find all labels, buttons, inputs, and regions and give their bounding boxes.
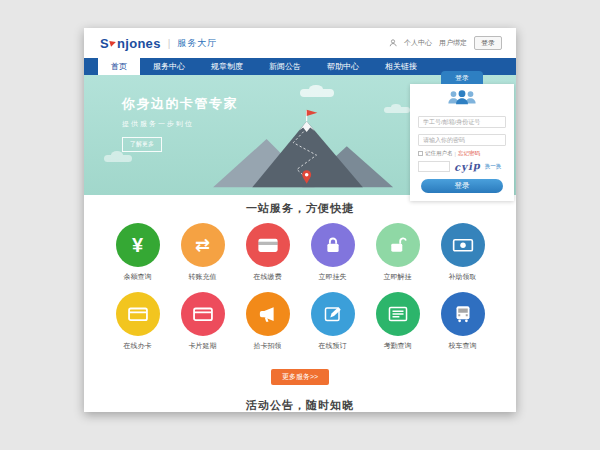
- cloud: [300, 89, 334, 97]
- service-label: 卡片延期: [189, 341, 217, 351]
- captcha-row: cyip 换一换: [418, 161, 506, 172]
- service-label: 在线办卡: [124, 341, 152, 351]
- login-form: 记住用户名 | 忘记密码 cyip 换一换 登录: [410, 84, 514, 201]
- card-outline-icon: [116, 292, 160, 336]
- service-item[interactable]: 校车查询: [430, 292, 495, 361]
- banknote-icon: [441, 223, 485, 267]
- bus-icon: [441, 292, 485, 336]
- unlock-icon: [376, 223, 420, 267]
- nav-item[interactable]: 帮助中心: [314, 58, 372, 75]
- service-label: 余额查询: [124, 272, 152, 282]
- nav-item[interactable]: 首页: [98, 58, 140, 75]
- service-item[interactable]: 在线办卡: [105, 292, 170, 361]
- service-label: 补助领取: [449, 272, 477, 282]
- services-title: 一站服务，方便快捷: [84, 201, 516, 216]
- logo[interactable]: S njones | 服务大厅: [100, 36, 217, 51]
- page: S njones | 服务大厅 个人中心 用户绑定 登录 首页服务中心规章制度新…: [84, 28, 516, 412]
- service-item[interactable]: ⇄转账充值: [170, 223, 235, 292]
- captcha-refresh-link[interactable]: 换一换: [485, 163, 502, 170]
- login-panel: 登录 记住用户名 | 忘记密码 cyip 换一换: [410, 71, 514, 201]
- cloud: [104, 155, 132, 162]
- personal-center-link[interactable]: 个人中心: [404, 38, 432, 48]
- logo-swoosh-icon: [109, 39, 117, 47]
- attendance-icon: [376, 292, 420, 336]
- captcha-input[interactable]: [418, 161, 450, 172]
- card-outline-icon: [181, 292, 225, 336]
- login-tab[interactable]: 登录: [441, 71, 483, 84]
- hero-subtitle: 提供服务一步到位: [122, 119, 238, 129]
- logo-subtitle: 服务大厅: [177, 37, 217, 50]
- service-label: 考勤查询: [384, 341, 412, 351]
- logo-divider: |: [168, 38, 171, 49]
- remember-checkbox[interactable]: [418, 151, 423, 156]
- username-input[interactable]: [418, 116, 506, 128]
- transfer-icon: ⇄: [181, 223, 225, 267]
- service-grid: ¥余额查询⇄转账充值在线缴费立即挂失立即解挂补助领取在线办卡卡片延期拾卡招领在线…: [84, 223, 516, 361]
- topbar: 个人中心 用户绑定 登录: [389, 28, 502, 58]
- service-label: 拾卡招领: [254, 341, 282, 351]
- service-label: 转账充值: [189, 272, 217, 282]
- megaphone-icon: [246, 292, 290, 336]
- service-label: 在线预订: [319, 341, 347, 351]
- header: S njones | 服务大厅 个人中心 用户绑定 登录: [84, 28, 516, 58]
- service-label: 在线缴费: [254, 272, 282, 282]
- nav-item[interactable]: 服务中心: [140, 58, 198, 75]
- password-input[interactable]: [418, 134, 506, 146]
- nav-item[interactable]: 新闻公告: [256, 58, 314, 75]
- service-item[interactable]: 立即挂失: [300, 223, 365, 292]
- service-item[interactable]: ¥余额查询: [105, 223, 170, 292]
- header-login-button[interactable]: 登录: [474, 36, 502, 50]
- login-options: 记住用户名 | 忘记密码: [418, 150, 506, 157]
- logo-text: S: [100, 36, 109, 51]
- options-divider: |: [455, 151, 456, 157]
- service-item[interactable]: 立即解挂: [365, 223, 430, 292]
- more-services-button[interactable]: 更多服务>>: [271, 369, 329, 385]
- card-icon: [246, 223, 290, 267]
- service-item[interactable]: 拾卡招领: [235, 292, 300, 361]
- users-icon: [445, 89, 479, 106]
- service-label: 立即解挂: [384, 272, 412, 282]
- lock-icon: [311, 223, 355, 267]
- edit-icon: [311, 292, 355, 336]
- forgot-password-link[interactable]: 忘记密码: [458, 150, 480, 157]
- remember-label: 记住用户名: [425, 150, 453, 157]
- service-item[interactable]: 卡片延期: [170, 292, 235, 361]
- logo-text: njones: [117, 36, 161, 51]
- announcements-title: 活动公告，随时知晓: [84, 398, 516, 412]
- service-item[interactable]: 在线缴费: [235, 223, 300, 292]
- service-item[interactable]: 补助领取: [430, 223, 495, 292]
- service-item[interactable]: 在线预订: [300, 292, 365, 361]
- hero-cta-button[interactable]: 了解更多: [122, 137, 162, 152]
- captcha-image: cyip: [454, 160, 481, 173]
- hero-text: 你身边的卡管专家 提供服务一步到位 了解更多: [122, 95, 238, 152]
- hero-title: 你身边的卡管专家: [122, 95, 238, 113]
- nav-item[interactable]: 规章制度: [198, 58, 256, 75]
- login-submit-button[interactable]: 登录: [421, 179, 503, 193]
- user-binding-link[interactable]: 用户绑定: [439, 38, 467, 48]
- service-label: 立即挂失: [319, 272, 347, 282]
- service-item[interactable]: 考勤查询: [365, 292, 430, 361]
- person-icon: [389, 39, 397, 47]
- yen-icon: ¥: [116, 223, 160, 267]
- service-label: 校车查询: [449, 341, 477, 351]
